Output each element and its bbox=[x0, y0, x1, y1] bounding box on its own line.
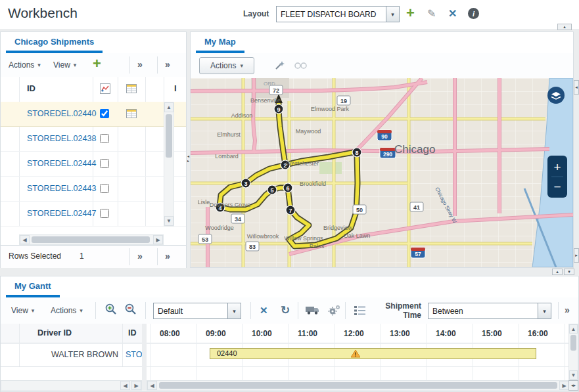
vscroll-thumb[interactable] bbox=[166, 114, 172, 158]
zoom-control[interactable]: + − bbox=[547, 156, 567, 198]
map-town-label: Addison bbox=[231, 112, 253, 119]
corner-resize-handle[interactable]: ◂▸ bbox=[568, 380, 578, 391]
scroll-up-button[interactable]: ▲ bbox=[164, 102, 174, 112]
scroll-left-button[interactable]: ◀ bbox=[147, 381, 157, 390]
add-shipment-button[interactable]: + bbox=[93, 56, 101, 71]
gantt-id-header[interactable]: ID bbox=[128, 328, 137, 338]
shipment-doc-icon[interactable] bbox=[126, 108, 137, 119]
stop-marker[interactable]: 7 bbox=[286, 206, 295, 215]
clear-filter-button[interactable]: ✕ bbox=[260, 305, 268, 316]
zoom-out-icon[interactable] bbox=[124, 303, 139, 317]
tools-icon[interactable] bbox=[273, 60, 285, 72]
table-row-selected[interactable]: STOREDEL.02440 bbox=[1, 102, 186, 127]
map-tabbar: My Map bbox=[191, 32, 573, 54]
shipment-time-select[interactable]: Between ▾ bbox=[428, 303, 551, 319]
map-canvas[interactable]: 90 290 57 72 19 50 41 34 83 53 9 8 2 bbox=[191, 78, 573, 267]
zoom-in-button[interactable]: + bbox=[553, 160, 561, 174]
table-row[interactable]: STOREDEL.02447 bbox=[1, 202, 186, 227]
svg-text:290: 290 bbox=[383, 151, 392, 158]
shipments-actions-menu[interactable]: Actions ▾ bbox=[9, 60, 41, 70]
scroll-down-button[interactable]: ▼ bbox=[569, 370, 578, 380]
stop-marker[interactable]: 6 bbox=[283, 183, 292, 192]
svg-text:6: 6 bbox=[286, 185, 289, 192]
shipment-id-link[interactable]: STOREDEL.02440 bbox=[27, 102, 96, 126]
add-layout-button[interactable]: + bbox=[406, 6, 415, 20]
gantt-task-bar[interactable]: 02440 bbox=[210, 348, 536, 359]
gantt-view-menu[interactable]: View ▾ bbox=[11, 306, 34, 315]
row-checkbox[interactable] bbox=[100, 209, 109, 218]
collapse-gantt-up-handle[interactable]: ▴ bbox=[552, 269, 563, 275]
scroll-right-button[interactable]: ▶ bbox=[153, 235, 163, 244]
shipments-vscrollbar[interactable]: ▲ ▼ bbox=[164, 102, 174, 227]
tab-chicago-shipments[interactable]: Chicago Shipments bbox=[6, 33, 103, 53]
map-actions-button[interactable]: Actions ▾ bbox=[199, 57, 254, 74]
footer-overflow-button-2[interactable]: » bbox=[165, 251, 170, 261]
tab-my-map[interactable]: My Map bbox=[196, 33, 244, 53]
scroll-left-button[interactable]: ◀ bbox=[20, 235, 30, 244]
layout-select[interactable]: FLEET DISPATCH BOARD ▾ bbox=[276, 6, 400, 22]
shipment-id-link[interactable]: STOREDEL.02444 bbox=[27, 152, 96, 176]
stop-marker[interactable]: 5 bbox=[267, 185, 277, 194]
row-checkbox[interactable] bbox=[100, 184, 109, 193]
shipments-view-menu[interactable]: View ▾ bbox=[53, 60, 76, 70]
map-column-icon[interactable] bbox=[100, 83, 110, 94]
row-checkbox[interactable] bbox=[100, 134, 109, 143]
gantt-actions-menu[interactable]: Actions ▾ bbox=[51, 306, 83, 315]
collapse-gantt-down-handle[interactable]: ▾ bbox=[564, 269, 574, 275]
row-checkbox[interactable] bbox=[100, 159, 109, 168]
gantt-timeline-hscrollbar[interactable]: ◀ ▶ bbox=[147, 380, 570, 391]
zoom-out-button[interactable]: − bbox=[553, 180, 561, 194]
gantt-splitter[interactable] bbox=[142, 324, 147, 391]
toolbar-overflow-button[interactable]: » bbox=[137, 59, 143, 70]
gantt-preset-select[interactable]: Default ▾ bbox=[153, 303, 241, 319]
hscroll-thumb[interactable] bbox=[32, 236, 150, 243]
collapse-top-handle[interactable]: ▴ bbox=[557, 24, 572, 30]
row-checkbox[interactable] bbox=[100, 109, 109, 118]
legend-icon[interactable] bbox=[354, 305, 366, 316]
gantt-overflow-button[interactable]: » bbox=[565, 305, 570, 315]
shipment-id-link[interactable]: STOREDEL.02443 bbox=[27, 177, 96, 201]
shipment-id-link[interactable]: STOREDEL.02438 bbox=[27, 127, 96, 151]
footer-overflow-button[interactable]: » bbox=[137, 251, 143, 261]
zoom-in-icon[interactable] bbox=[104, 303, 119, 317]
scroll-right-button[interactable]: ▶ bbox=[131, 381, 141, 390]
edit-layout-button[interactable]: ✎ bbox=[427, 7, 436, 20]
collapse-right-handle-2[interactable]: ▸ bbox=[574, 248, 579, 263]
delete-layout-button[interactable]: ✕ bbox=[448, 7, 457, 20]
scroll-down-button[interactable]: ▼ bbox=[164, 216, 174, 226]
refresh-button[interactable]: ↻ bbox=[281, 303, 290, 317]
vscroll-thumb[interactable] bbox=[570, 335, 576, 351]
scroll-up-button[interactable]: ▲ bbox=[569, 324, 578, 334]
gantt-table-hscrollbar[interactable]: ◀ ▶ bbox=[1, 380, 142, 391]
link-routes-icon[interactable] bbox=[294, 61, 308, 70]
gantt-row[interactable]: WALTER BROWN STO bbox=[1, 343, 142, 367]
gantt-shipment-id[interactable]: STO bbox=[126, 343, 142, 366]
stop-marker[interactable]: 8 bbox=[352, 148, 361, 157]
scroll-left-button[interactable]: ◀ bbox=[120, 381, 130, 390]
tab-my-gantt[interactable]: My Gantt bbox=[6, 277, 60, 297]
spreadsheet-column-icon[interactable] bbox=[126, 83, 137, 94]
gantt-vscrollbar[interactable]: ▲ ▼ bbox=[568, 324, 578, 380]
table-row[interactable]: STOREDEL.02438 bbox=[1, 127, 186, 152]
shipments-hscrollbar[interactable]: ◀ ▶ bbox=[19, 234, 164, 245]
stop-marker[interactable]: 3 bbox=[241, 179, 250, 188]
table-row[interactable]: STOREDEL.02443 bbox=[1, 177, 186, 202]
gears-icon[interactable] bbox=[328, 304, 341, 316]
truck-icon[interactable] bbox=[306, 305, 320, 315]
table-row[interactable]: STOREDEL.02444 bbox=[1, 152, 186, 177]
panel-overflow-button[interactable]: » bbox=[165, 59, 170, 70]
map-panel: My Map Actions ▾ bbox=[190, 32, 574, 268]
shipment-id-link[interactable]: STOREDEL.02447 bbox=[27, 202, 96, 226]
id-column-header[interactable]: ID bbox=[27, 83, 35, 93]
driver-id-header[interactable]: Driver ID bbox=[37, 328, 72, 338]
hscroll-thumb[interactable] bbox=[159, 382, 557, 389]
task-bar-label: 02440 bbox=[217, 349, 237, 357]
collapse-right-handle[interactable]: ◂ bbox=[574, 80, 579, 95]
gantt-timeline[interactable]: 08:00 09:00 10:00 11:00 12:00 13:00 14:0… bbox=[147, 324, 570, 380]
scroll-right-button[interactable]: ▶ bbox=[559, 381, 569, 390]
layers-button[interactable] bbox=[547, 87, 565, 104]
info-icon[interactable]: i bbox=[468, 8, 479, 19]
extra-column-header[interactable]: I bbox=[174, 83, 177, 93]
horizontal-splitter[interactable]: ▴ ▾ bbox=[0, 268, 579, 276]
stop-marker[interactable]: 9 bbox=[274, 104, 283, 114]
